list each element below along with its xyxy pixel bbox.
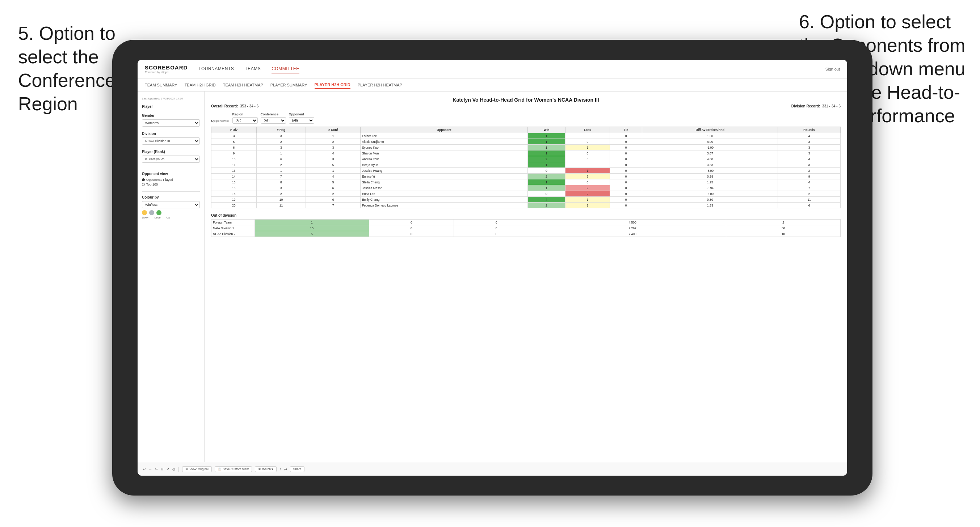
cell-reg: 2: [256, 191, 306, 197]
cell-opponent: Eunice Yi: [360, 174, 527, 179]
cell-rounds: 6: [778, 203, 841, 208]
toolbar-grid[interactable]: ⊞: [161, 467, 164, 471]
subnav-team-h2h-grid[interactable]: TEAM H2H GRID: [185, 81, 216, 89]
ood-title: Out of division: [211, 213, 841, 217]
table-row: 14 7 4 Eunice Yi 2 2 0 0.38 9: [212, 174, 841, 179]
subnav-team-h2h-heatmap[interactable]: TEAM H2H HEATMAP: [223, 81, 263, 89]
cell-loss: 1: [565, 145, 610, 151]
division-record: Division Record: 331 - 34 - 6: [791, 104, 841, 108]
cell-conf: 6: [306, 185, 361, 191]
table-row: 18 2 2 Euna Lee 0 2 0 -5.00 2: [212, 191, 841, 197]
nav-sign-out[interactable]: Sign out: [826, 67, 840, 71]
radio-dot-opponents: [142, 178, 145, 181]
th-conf: # Conf: [306, 127, 361, 133]
filter-region-label: Region: [232, 113, 258, 116]
colour-label-down: Down: [142, 216, 149, 219]
subnav-player-h2h-heatmap[interactable]: PLAYER H2H HEATMAP: [358, 81, 402, 89]
toolbar-swap[interactable]: ⇄: [284, 467, 287, 471]
out-of-division: Out of division Foreign Team 1 0 0 4.500…: [211, 213, 841, 237]
cell-div: 19: [212, 197, 257, 203]
nav-tournaments[interactable]: TOURNAMENTS: [198, 65, 234, 73]
toolbar-resize[interactable]: ↕: [280, 467, 281, 471]
colour-by-select[interactable]: Win/loss: [142, 201, 200, 208]
cell-rounds: 2: [778, 168, 841, 174]
nav-committee[interactable]: COMMITTEE: [272, 65, 299, 73]
filter-conference-select[interactable]: (All): [261, 117, 286, 124]
ood-table-row: NCAA Division 2 5 0 0 7.400 10: [212, 231, 841, 237]
toolbar-save-custom[interactable]: 📋 Save Custom View: [215, 466, 252, 472]
ood-name: NAIA Division 1: [212, 225, 255, 231]
cell-div: 20: [212, 203, 257, 208]
cell-opponent: Stella Cheng: [360, 179, 527, 185]
cell-tie: 0: [610, 179, 642, 185]
cell-loss: 0: [565, 156, 610, 162]
radio-label-opponents: Opponents Played: [146, 178, 173, 182]
cell-opponent: Euna Lee: [360, 191, 527, 197]
cell-conf: 2: [306, 191, 361, 197]
cell-win: 0: [527, 168, 565, 174]
cell-reg: 10: [256, 197, 306, 203]
navbar: SCOREBOARD Powered by clippd TOURNAMENTS…: [138, 60, 847, 78]
sidebar: Last Updated: 27/03/2024 14:54 Player Ge…: [138, 92, 205, 462]
cell-conf: 7: [306, 203, 361, 208]
cell-tie: 0: [610, 133, 642, 139]
toolbar-back[interactable]: ←: [149, 467, 152, 471]
cell-win: 0: [527, 191, 565, 197]
toolbar-share[interactable]: Share: [290, 466, 305, 472]
cell-win: 1: [527, 162, 565, 168]
cell-conf: 2: [306, 139, 361, 145]
table-row: 15 8 5 Stella Cheng 1 0 0 1.25 4: [212, 179, 841, 185]
ood-rounds: 10: [726, 231, 841, 237]
sidebar-player-label: Player: [142, 105, 200, 108]
toolbar-view-original[interactable]: 👁 View: Original: [182, 466, 212, 472]
cell-loss: 1: [565, 168, 610, 174]
colour-by-label: Colour by: [142, 195, 200, 199]
overall-record-label: Overall Record:: [211, 104, 238, 108]
cell-diff: -3.00: [642, 168, 778, 174]
ood-loss: 0: [369, 225, 454, 231]
sidebar-gender-select[interactable]: Women's: [142, 119, 200, 127]
subnav-player-summary[interactable]: PLAYER SUMMARY: [270, 81, 307, 89]
toolbar-clock[interactable]: ◷: [172, 467, 175, 471]
cell-loss: 0: [565, 139, 610, 145]
ood-win: 15: [255, 225, 369, 231]
subnav-player-h2h-grid[interactable]: PLAYER H2H GRID: [315, 81, 350, 89]
toolbar-link[interactable]: ↗: [167, 467, 169, 471]
cell-win: 1: [527, 139, 565, 145]
cell-conf: 1: [306, 168, 361, 174]
opponents-label: Opponents:: [211, 119, 229, 124]
colour-label-level: Level: [154, 216, 161, 219]
cell-tie: 0: [610, 185, 642, 191]
radio-opponents-played[interactable]: Opponents Played: [142, 178, 200, 182]
cell-conf: 4: [306, 174, 361, 179]
sidebar-player-section: Player: [142, 105, 200, 108]
cell-rounds: 4: [778, 179, 841, 185]
table-row: 5 2 2 Alexis Sudjianto 1 0 0 4.00 3: [212, 139, 841, 145]
cell-conf: 1: [306, 133, 361, 139]
sidebar-gender-label: Gender: [142, 114, 200, 117]
records-row: Overall Record: 353 - 34 - 6 Division Re…: [211, 104, 841, 108]
sidebar-player-rank-select[interactable]: 8. Katelyn Vo: [142, 156, 200, 163]
cell-div: 11: [212, 162, 257, 168]
cell-diff: 1.25: [642, 179, 778, 185]
ood-name: NCAA Division 2: [212, 231, 255, 237]
cell-win: 1: [527, 133, 565, 139]
toolbar-redo[interactable]: ↪: [155, 467, 158, 471]
toolbar-undo[interactable]: ↩: [143, 467, 146, 471]
cell-reg: 3: [256, 185, 306, 191]
cell-rounds: 3: [778, 162, 841, 168]
cell-opponent: Esther Lee: [360, 133, 527, 139]
filter-region-select[interactable]: (All): [232, 117, 258, 124]
subnav-team-summary[interactable]: TEAM SUMMARY: [145, 81, 177, 89]
toolbar-watch[interactable]: 👁 Watch ▾: [255, 466, 277, 472]
cell-reg: 11: [256, 203, 306, 208]
table-row: 11 2 5 Heejo Hyun 1 0 0 3.33 3: [212, 162, 841, 168]
cell-tie: 0: [610, 139, 642, 145]
radio-top100[interactable]: Top 100: [142, 183, 200, 186]
filter-opponent-select[interactable]: (All): [289, 117, 314, 124]
cell-conf: 6: [306, 197, 361, 203]
sidebar-division-select[interactable]: NCAA Division III: [142, 137, 200, 145]
sidebar-opponent-view: Opponent view Opponents Played Top 100: [142, 172, 200, 186]
nav-teams[interactable]: TEAMS: [245, 65, 261, 73]
cell-reg: 3: [256, 133, 306, 139]
